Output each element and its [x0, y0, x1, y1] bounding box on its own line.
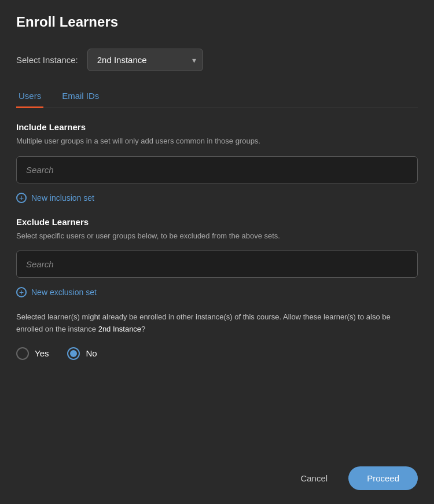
notice-instance-name: 2nd Instance: [98, 325, 141, 333]
radio-yes-label: Yes: [35, 348, 49, 358]
notice-text-before: Selected learner(s) might already be enr…: [16, 312, 391, 333]
radio-yes-outer: [16, 347, 29, 360]
modal-title: Enroll Learners: [16, 14, 418, 30]
radio-no-outer: [67, 347, 80, 360]
instance-label: Select Instance:: [16, 55, 78, 65]
modal-body: Select Instance: 2nd Instance ▾ Users Em…: [0, 39, 434, 457]
include-section-description: Multiple user groups in a set will only …: [16, 135, 418, 147]
modal-container: Enroll Learners Select Instance: 2nd Ins…: [0, 0, 434, 504]
proceed-button[interactable]: Proceed: [348, 466, 418, 490]
instance-select-button[interactable]: 2nd Instance: [87, 49, 203, 71]
notice-text: Selected learner(s) might already be enr…: [16, 311, 418, 336]
exclude-section-description: Select specific users or user groups bel…: [16, 230, 418, 242]
include-search-input[interactable]: [16, 156, 418, 183]
tabs-row: Users Email IDs: [16, 85, 418, 108]
instance-row: Select Instance: 2nd Instance ▾: [16, 49, 418, 71]
exclude-learners-section: Exclude Learners Select specific users o…: [16, 217, 418, 298]
include-learners-section: Include Learners Multiple user groups in…: [16, 122, 418, 203]
radio-yes[interactable]: Yes: [16, 347, 49, 360]
exclude-search-input[interactable]: [16, 251, 418, 278]
tab-users[interactable]: Users: [16, 85, 43, 108]
notice-text-after: ?: [141, 325, 145, 333]
radio-group: Yes No: [16, 347, 418, 360]
radio-no[interactable]: No: [67, 347, 97, 360]
instance-select-wrapper: 2nd Instance ▾: [87, 49, 203, 71]
new-inclusion-set-label: New inclusion set: [31, 193, 94, 203]
new-inclusion-set-button[interactable]: + New inclusion set: [16, 193, 94, 203]
exclude-section-title: Exclude Learners: [16, 217, 418, 227]
radio-no-inner: [70, 350, 77, 357]
cancel-button[interactable]: Cancel: [291, 468, 337, 489]
plus-icon: +: [16, 193, 27, 203]
include-section-title: Include Learners: [16, 122, 418, 132]
plus-icon-exclusion: +: [16, 287, 27, 297]
modal-footer: Cancel Proceed: [0, 457, 434, 504]
radio-no-label: No: [86, 348, 97, 358]
modal-header: Enroll Learners: [0, 0, 434, 39]
tab-email-ids[interactable]: Email IDs: [60, 85, 101, 108]
new-exclusion-set-label: New exclusion set: [31, 288, 97, 297]
new-exclusion-set-button[interactable]: + New exclusion set: [16, 287, 97, 297]
